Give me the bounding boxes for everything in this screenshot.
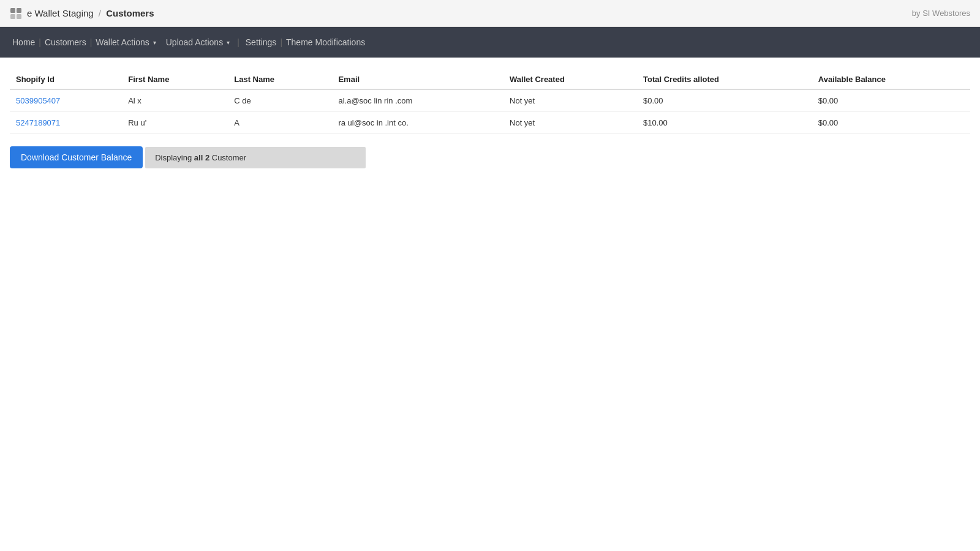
cell-available-balance: $0.00 — [812, 89, 970, 112]
nav-bar: Home | Customers | Wallet Actions ▾ Uplo… — [0, 27, 980, 58]
svg-rect-0 — [10, 8, 15, 13]
title-separator: / — [99, 8, 101, 18]
nav-upload-actions[interactable]: Upload Actions ▾ — [164, 27, 232, 58]
svg-rect-3 — [17, 14, 21, 19]
main-content: Shopify Id First Name Last Name Email Wa… — [0, 58, 980, 195]
upload-actions-chevron: ▾ — [227, 39, 230, 46]
displaying-bar: Displaying all 2 Customer — [145, 147, 366, 168]
customers-table: Shopify Id First Name Last Name Email Wa… — [10, 70, 970, 134]
col-available-balance: Available Balance — [812, 70, 970, 89]
col-shopify-id: Shopify Id — [10, 70, 122, 89]
col-wallet-created: Wallet Created — [503, 70, 637, 89]
cell-first-name: Ru u' — [122, 112, 228, 134]
cell-email: ra ul@soc in .int co. — [332, 112, 503, 134]
cell-last-name: C de — [228, 89, 332, 112]
top-bar: e Wallet Staging / Customers by SI Webst… — [0, 0, 980, 27]
col-total-credits: Total Credits alloted — [637, 70, 812, 89]
svg-rect-1 — [17, 8, 21, 13]
cell-email: al.a@soc lin rin .com — [332, 89, 503, 112]
current-page-title: Customers — [106, 8, 154, 18]
table-header-row: Shopify Id First Name Last Name Email Wa… — [10, 70, 970, 89]
cell-wallet-created: Not yet — [503, 89, 637, 112]
nav-sep-4: | — [280, 37, 282, 47]
nav-sep-1: | — [39, 37, 41, 47]
cell-shopify-id[interactable]: 5039905407 — [10, 89, 122, 112]
table-body: 5039905407Al xC deal.a@soc lin rin .comN… — [10, 89, 970, 134]
displaying-prefix: Displaying — [155, 153, 192, 162]
table-row: 5039905407Al xC deal.a@soc lin rin .comN… — [10, 89, 970, 112]
displaying-suffix: Customer — [212, 153, 246, 162]
svg-rect-2 — [10, 14, 15, 19]
cell-shopify-id[interactable]: 5247189071 — [10, 112, 122, 134]
download-customer-balance-button[interactable]: Download Customer Balance — [10, 146, 143, 168]
cell-available-balance: $0.00 — [812, 112, 970, 134]
wallet-actions-chevron: ▾ — [153, 39, 156, 46]
cell-total-credits: $10.00 — [637, 112, 812, 134]
displaying-count: all 2 — [194, 153, 209, 162]
cell-first-name: Al x — [122, 89, 228, 112]
brand-label: by SI Webstores — [912, 9, 970, 18]
app-name: e Wallet Staging — [27, 8, 94, 18]
nav-theme-modifications[interactable]: Theme Modifications — [284, 27, 368, 58]
nav-wallet-actions[interactable]: Wallet Actions ▾ — [93, 27, 158, 58]
col-last-name: Last Name — [228, 70, 332, 89]
cell-last-name: A — [228, 112, 332, 134]
nav-customers[interactable]: Customers — [42, 27, 89, 58]
cell-total-credits: $0.00 — [637, 89, 812, 112]
table-row: 5247189071Ru u'Ara ul@soc in .int co.Not… — [10, 112, 970, 134]
nav-sep-3: | — [237, 37, 239, 47]
app-icon — [10, 7, 22, 20]
nav-sep-2: | — [90, 37, 92, 47]
nav-upload-actions-label: Upload Actions — [166, 37, 223, 47]
app-title: e Wallet Staging / Customers — [27, 8, 154, 18]
nav-wallet-actions-label: Wallet Actions — [96, 37, 149, 47]
col-first-name: First Name — [122, 70, 228, 89]
col-email: Email — [332, 70, 503, 89]
nav-home[interactable]: Home — [10, 27, 37, 58]
cell-wallet-created: Not yet — [503, 112, 637, 134]
nav-settings[interactable]: Settings — [243, 27, 279, 58]
top-bar-left: e Wallet Staging / Customers — [10, 7, 154, 20]
